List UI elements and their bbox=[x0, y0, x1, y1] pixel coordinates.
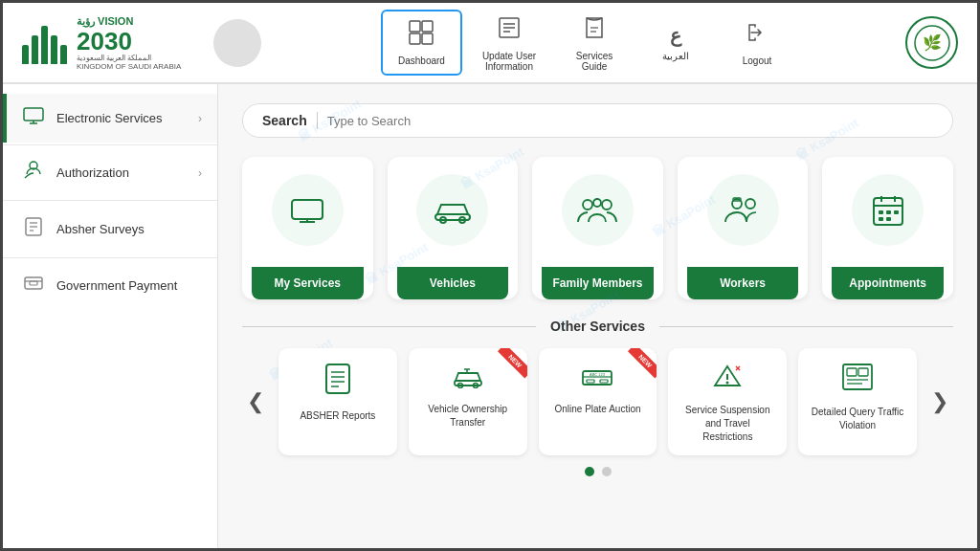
workers-icon bbox=[707, 174, 779, 246]
other-card-vehicle-ownership[interactable]: Vehicle OwnershipTransfer bbox=[409, 348, 527, 455]
other-services-title-row: Other Services bbox=[242, 319, 953, 334]
vehicles-button[interactable]: Vehicles bbox=[397, 267, 509, 299]
search-input[interactable] bbox=[327, 114, 933, 128]
svg-point-58 bbox=[726, 382, 729, 385]
dot-2[interactable] bbox=[602, 467, 612, 476]
services-guide-label: ServicesGuide bbox=[576, 51, 612, 72]
sidebar-divider-3 bbox=[3, 257, 217, 258]
update-user-label: Update UserInformation bbox=[482, 51, 536, 72]
dashboard-icon bbox=[408, 19, 434, 52]
svg-rect-60 bbox=[847, 368, 857, 376]
nav-item-arabic[interactable]: ع العربية bbox=[637, 16, 714, 69]
sidebar-item-electronic-services[interactable]: Electronic Services › bbox=[3, 94, 217, 143]
traffic-violation-label: Detailed Query TrafficViolation bbox=[812, 406, 904, 432]
update-user-icon bbox=[496, 14, 523, 47]
electronic-services-icon bbox=[22, 107, 45, 129]
authorization-arrow: › bbox=[198, 166, 202, 180]
my-services-icon bbox=[272, 174, 344, 246]
search-label: Search bbox=[262, 113, 307, 128]
svg-point-29 bbox=[583, 200, 592, 209]
sidebar-item-absher-surveys[interactable]: Absher Surveys bbox=[3, 203, 217, 255]
nav-item-logout[interactable]: Logout bbox=[719, 11, 795, 74]
traffic-violation-icon bbox=[841, 363, 874, 398]
service-card-my-services: My Services bbox=[242, 157, 373, 299]
my-services-button[interactable]: My Services bbox=[252, 267, 364, 299]
nav-area: Dashboard Update UserInformation bbox=[271, 7, 905, 79]
user-avatar[interactable] bbox=[213, 19, 261, 67]
vision-text-block: رؤية VISION 2030 المملكة العربية السعودي… bbox=[77, 14, 181, 70]
svg-rect-2 bbox=[410, 33, 420, 44]
svg-point-31 bbox=[593, 199, 601, 207]
saudi-emblem: 🌿 bbox=[905, 16, 958, 69]
logo-bars bbox=[22, 21, 67, 64]
other-card-plate-auction[interactable]: ABC 123 Online Plate Auction bbox=[539, 348, 657, 455]
services-guide-icon bbox=[581, 14, 608, 47]
government-payment-label: Government Payment bbox=[56, 278, 202, 293]
svg-rect-43 bbox=[886, 217, 891, 221]
sidebar-item-authorization[interactable]: Authorization › bbox=[3, 147, 217, 198]
carousel-prev-button[interactable]: ❮ bbox=[242, 385, 269, 419]
logo-bar-4 bbox=[51, 35, 57, 64]
appointments-icon bbox=[852, 174, 924, 246]
absher-surveys-icon bbox=[22, 216, 45, 242]
vehicle-ownership-icon bbox=[452, 363, 484, 395]
vision-year: 2030 bbox=[77, 29, 181, 54]
vehicles-icon bbox=[416, 174, 488, 246]
main-layout: Electronic Services › Authorization › bbox=[3, 84, 977, 551]
service-suspension-icon bbox=[711, 363, 744, 396]
other-cards-wrapper: ❮ ABSHER Repor bbox=[242, 348, 953, 455]
svg-rect-1 bbox=[422, 21, 433, 32]
authorization-icon bbox=[22, 161, 45, 185]
sidebar-divider-2 bbox=[3, 200, 217, 201]
other-card-service-suspension[interactable]: Service Suspensionand TravelRestrictions bbox=[668, 348, 787, 455]
svg-rect-55 bbox=[600, 380, 608, 383]
svg-rect-39 bbox=[879, 210, 883, 214]
other-card-traffic-violation[interactable]: Detailed Query TrafficViolation bbox=[798, 348, 917, 455]
arabic-label: العربية bbox=[662, 51, 689, 61]
dashboard-label: Dashboard bbox=[398, 55, 445, 66]
family-members-icon bbox=[562, 174, 634, 246]
sidebar-divider-1 bbox=[3, 144, 217, 145]
logo-area: رؤية VISION 2030 المملكة العربية السعودي… bbox=[22, 14, 213, 70]
content-area: 🏛 KsaPoint 🏛 KsaPoint 🏛 KsaPoint 🏛 KsaPo… bbox=[218, 84, 977, 551]
absher-surveys-label: Absher Surveys bbox=[56, 222, 202, 236]
divider-right bbox=[659, 326, 953, 327]
svg-rect-0 bbox=[410, 21, 420, 32]
absher-reports-icon bbox=[323, 363, 352, 402]
svg-rect-12 bbox=[24, 108, 43, 121]
logout-label: Logout bbox=[743, 55, 772, 66]
carousel-next-button[interactable]: ❯ bbox=[926, 385, 953, 419]
sidebar-item-government-payment[interactable]: Government Payment bbox=[3, 260, 217, 311]
logo-bar-5 bbox=[60, 45, 67, 64]
absher-reports-label: ABSHER Reports bbox=[300, 409, 375, 423]
electronic-services-arrow: › bbox=[198, 112, 202, 125]
family-members-button[interactable]: Family Members bbox=[542, 267, 654, 299]
search-divider bbox=[317, 112, 318, 129]
authorization-label: Authorization bbox=[56, 165, 187, 180]
other-card-absher-reports[interactable]: ABSHER Reports bbox=[278, 348, 397, 455]
svg-rect-20 bbox=[25, 277, 42, 289]
nav-item-services-guide[interactable]: ServicesGuide bbox=[556, 7, 633, 79]
service-card-family-members: Family Members bbox=[532, 157, 663, 299]
other-cards: ABSHER Reports bbox=[278, 348, 917, 455]
svg-rect-23 bbox=[292, 200, 323, 219]
svg-rect-44 bbox=[326, 364, 349, 393]
appointments-button[interactable]: Appointments bbox=[832, 267, 944, 299]
svg-rect-61 bbox=[858, 368, 868, 376]
dot-1[interactable] bbox=[585, 467, 594, 476]
svg-rect-40 bbox=[886, 210, 891, 214]
search-bar: Search bbox=[242, 103, 953, 138]
other-services-title: Other Services bbox=[550, 319, 645, 334]
carousel-dots bbox=[242, 467, 953, 476]
other-services-section: Other Services ❮ bbox=[242, 319, 953, 476]
nav-item-update-user[interactable]: Update UserInformation bbox=[467, 7, 551, 79]
new-ribbon-plate bbox=[618, 348, 657, 386]
workers-button[interactable]: Workers bbox=[687, 267, 799, 299]
sidebar: Electronic Services › Authorization › bbox=[3, 84, 218, 551]
svg-point-30 bbox=[602, 200, 612, 209]
logo-bar-1 bbox=[22, 45, 29, 64]
service-card-workers: Workers bbox=[678, 157, 809, 299]
logo-bar-2 bbox=[32, 35, 38, 64]
service-card-appointments: Appointments bbox=[822, 157, 953, 299]
nav-item-dashboard[interactable]: Dashboard bbox=[381, 10, 462, 76]
